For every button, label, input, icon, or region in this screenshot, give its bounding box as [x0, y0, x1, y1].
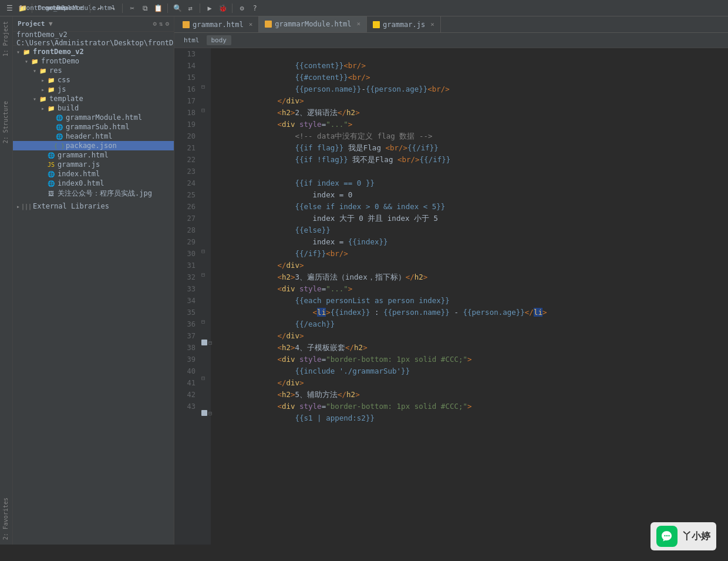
svg-point-0: [664, 535, 665, 536]
sidebar-item-project[interactable]: 1: Project: [0, 16, 12, 61]
json-icon-package: { }: [55, 142, 63, 150]
context-tab-html[interactable]: html: [179, 35, 204, 45]
file-tree: ▾ 📁 frontDemo_v2 ▾ 📁 frontDemo ▾ 📁 res ▸…: [13, 46, 174, 545]
debug-icon[interactable]: 🐞: [218, 4, 227, 13]
html-icon-grammar: 🌐: [47, 151, 55, 159]
tab-grammar-js[interactable]: grammar.js ×: [367, 16, 441, 32]
arrow-css: ▸: [39, 77, 47, 83]
fold-30[interactable]: ⊟: [201, 248, 205, 254]
main-layout: 1: Project 2: Structure 2: Favorites Pro…: [0, 16, 728, 545]
tab-grammar-html[interactable]: grammar.html ×: [177, 16, 259, 32]
code-lines[interactable]: {{content}}<br/> {{#content}}<br/> {{per…: [211, 48, 728, 545]
left-strip: 1: Project 2: Structure 2: Favorites: [0, 16, 13, 545]
tab-close-grammar-html[interactable]: ×: [249, 21, 253, 28]
watermark-name: 丫小婷: [682, 530, 710, 543]
tree-item-index-html[interactable]: 🌐 index.html: [13, 169, 174, 179]
search-icon[interactable]: 🔍: [173, 4, 182, 13]
help-icon[interactable]: ?: [250, 4, 259, 13]
panel-settings-icon[interactable]: ⚙: [153, 20, 157, 28]
fold-18[interactable]: ⊟: [201, 107, 205, 113]
settings-icon[interactable]: ⚙: [237, 4, 247, 13]
tree-item-grammar-html[interactable]: 🌐 grammar.html: [13, 150, 174, 160]
arrow-frontdemo-v2: ▾: [14, 49, 22, 55]
folder-icon-build: 📁: [47, 104, 55, 112]
tree-item-res[interactable]: ▾ 📁 res: [13, 66, 174, 75]
redo-icon[interactable]: ↪: [108, 4, 117, 13]
toolbar: ☰ 📁 frontDemo_v2 frontDemo template gram…: [0, 0, 728, 16]
external-libraries-label: External Libraries: [33, 202, 109, 210]
toolbar-sep-2: [90, 4, 90, 13]
copy-icon[interactable]: ⧉: [140, 4, 150, 13]
tree-item-grammar-js[interactable]: JS grammar.js: [13, 160, 174, 169]
marker-38: [201, 340, 207, 345]
tree-item-external-libraries[interactable]: ▸ ||| External Libraries: [13, 201, 174, 211]
folder-icon-res: 📁: [39, 66, 47, 75]
editor-context-bar: html body: [174, 33, 728, 48]
img-icon: 🖼: [47, 190, 55, 198]
panel-header: Project ▼ ⚙ ⇅ ⚙: [13, 16, 174, 32]
tab-icon-grammarmodule: [265, 21, 272, 28]
folder-icon-template: 📁: [39, 95, 47, 103]
code-line-13: {{content}}<br/>: [215, 48, 723, 60]
tree-item-image[interactable]: 🖼 关注公众号：程序员实战.jpg: [13, 188, 174, 199]
watermark: 丫小婷: [651, 522, 716, 550]
toolbar-sep-5: [200, 4, 200, 13]
fold-32[interactable]: ⊟: [201, 271, 205, 278]
paste-icon[interactable]: 📋: [153, 4, 163, 13]
panel-gear-icon[interactable]: ⚙: [165, 20, 169, 28]
fold-16[interactable]: ⊟: [201, 83, 205, 90]
panel-icons: ⚙ ⇅ ⚙: [153, 20, 169, 28]
svg-point-2: [668, 535, 669, 536]
cut-icon[interactable]: ✂: [127, 4, 137, 13]
fold-38[interactable]: ⊟: [208, 340, 212, 346]
context-tab-body[interactable]: body: [207, 35, 232, 45]
run-icon[interactable]: ▶: [205, 4, 214, 13]
tree-item-css[interactable]: ▸ 📁 css: [13, 75, 174, 85]
fold-42[interactable]: ⊟: [208, 410, 212, 416]
panel-sync-icon[interactable]: ⇅: [159, 20, 163, 28]
tab-grammarmodule-html[interactable]: grammarModule.html ×: [259, 16, 367, 32]
code-view: 13 14 15 16 17 18 19 20 21 22 23 24 25 2…: [174, 48, 728, 545]
undo-icon[interactable]: ↩: [95, 4, 105, 13]
watermark-logo: [656, 526, 678, 547]
tree-item-header-html[interactable]: 🌐 header.html: [13, 132, 174, 141]
arrow-frontdemo: ▾: [22, 58, 31, 65]
tree-item-js-folder[interactable]: ▸ 📁 js: [13, 85, 174, 94]
html-icon-grammarmodule: 🌐: [55, 113, 63, 122]
panel-dropdown-icon[interactable]: ▼: [49, 20, 53, 28]
tree-item-template[interactable]: ▾ 📁 template: [13, 94, 174, 103]
folder-icon-js: 📁: [47, 85, 55, 93]
tab-close-grammarmodule[interactable]: ×: [356, 20, 360, 28]
tree-item-frontdemo[interactable]: ▾ 📁 frontDemo: [13, 56, 174, 66]
tab-icon-grammar-html: [183, 21, 190, 28]
fold-40[interactable]: ⊟: [201, 375, 205, 381]
tree-item-grammarmodule-html[interactable]: 🌐 grammarModule.html: [13, 113, 174, 122]
html-icon-header: 🌐: [55, 132, 63, 140]
tab-close-grammar-js[interactable]: ×: [430, 21, 434, 28]
file-tree-panel: Project ▼ ⚙ ⇅ ⚙ frontDemo_v2 C:\Users\Ad…: [13, 16, 174, 545]
tree-item-grammarsub-html[interactable]: 🌐 grammarSub.html: [13, 122, 174, 132]
marker-42: [201, 410, 207, 416]
html-icon-grammarsub: 🌐: [55, 123, 63, 131]
sidebar-item-favorites[interactable]: 2: Favorites: [0, 493, 12, 545]
toolbar-sep-4: [167, 4, 168, 13]
sidebar-item-structure[interactable]: 2: Structure: [0, 96, 12, 148]
toolbar-tab-grammarmodule[interactable]: grammarModule.html: [76, 4, 85, 13]
editor-area: grammar.html × grammarModule.html × gram…: [174, 16, 728, 545]
toolbar-sep-3: [122, 4, 123, 13]
tree-item-index0-html[interactable]: 🌐 index0.html: [13, 179, 174, 188]
html-icon-index0: 🌐: [47, 179, 55, 187]
tree-item-frontdemo-v2[interactable]: ▾ 📁 frontDemo_v2: [13, 47, 174, 56]
arrow-js-folder: ▸: [39, 86, 47, 93]
panel-title: Project ▼: [18, 20, 53, 28]
arrow-build: ▸: [39, 105, 47, 112]
folder-icon-css: 📁: [47, 76, 55, 84]
svg-point-1: [666, 535, 668, 536]
gutter: ⊟ ⊟ ⊟ ⊟ ⊟ ⊟ ⊟ ⊟: [199, 48, 211, 545]
tab-icon-grammar-js: [373, 21, 380, 28]
replace-icon[interactable]: ⇄: [186, 4, 195, 13]
js-icon-grammar: JS: [47, 160, 55, 169]
fold-36[interactable]: ⊟: [201, 318, 205, 325]
tree-item-build[interactable]: ▸ 📁 build: [13, 103, 174, 113]
tree-item-package-json[interactable]: { } package.json: [13, 141, 174, 150]
